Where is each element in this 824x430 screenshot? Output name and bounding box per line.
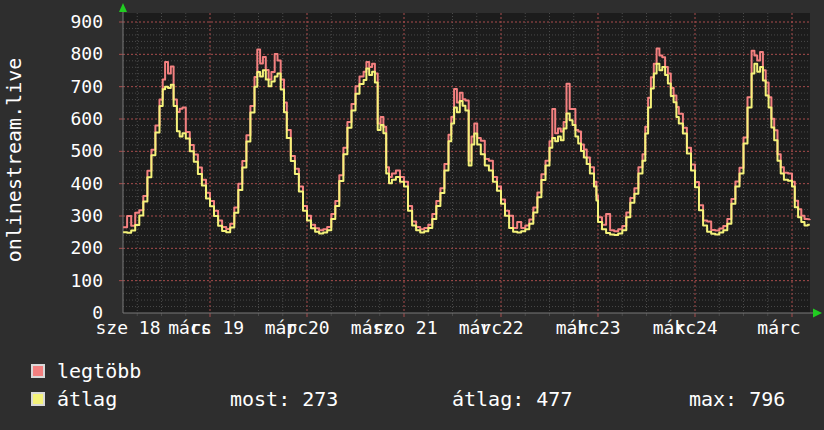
plot-background xyxy=(123,13,810,313)
y-axis-label: 200 xyxy=(23,238,103,258)
legend-swatch-atlag xyxy=(31,392,45,406)
stat-most-value: 273 xyxy=(302,387,338,411)
stat-atlag-value: 477 xyxy=(536,387,572,411)
x-axis-day-label: p 20 xyxy=(286,318,329,338)
x-axis-arrow-icon xyxy=(813,309,822,318)
y-axis-label: 600 xyxy=(23,109,103,129)
y-axis-label: 700 xyxy=(23,77,103,97)
stat-atlag-label: átlag: xyxy=(452,387,524,411)
legend-swatch-legtobb xyxy=(31,364,45,378)
y-axis-label: 300 xyxy=(23,206,103,226)
stat-max: max: 796 xyxy=(689,388,785,410)
stat-atlag: átlag: 477 xyxy=(452,388,572,410)
y-axis-label: 500 xyxy=(23,141,103,161)
x-axis-day-label: szo 21 xyxy=(372,318,437,338)
x-axis-day-label: cs 19 xyxy=(190,318,244,338)
x-axis-day-label: sze 18 xyxy=(95,318,160,338)
x-axis-day-label: h 23 xyxy=(577,318,620,338)
legend-label-legtobb: legtöbb xyxy=(57,360,141,382)
chart-canvas xyxy=(118,3,824,325)
stat-max-value: 796 xyxy=(749,387,785,411)
y-axis-label: 800 xyxy=(23,44,103,64)
stat-most-label: most: xyxy=(230,387,290,411)
x-axis-day-label: k 24 xyxy=(674,318,717,338)
legend-label-atlag: átlag xyxy=(57,388,117,410)
rrd-graph-window: onlinestream.live 0100200300400500600700… xyxy=(0,0,824,430)
y-axis-label: 400 xyxy=(23,174,103,194)
stat-most: most: 273 xyxy=(230,388,338,410)
x-axis-month-label: márc xyxy=(757,318,800,338)
stat-max-label: max: xyxy=(689,387,737,411)
y-axis-arrow-icon xyxy=(119,3,127,12)
y-axis-label: 100 xyxy=(23,271,103,291)
y-axis-label: 0 xyxy=(23,303,103,323)
x-axis-day-label: v 22 xyxy=(480,318,523,338)
site-title: onlinestream.live xyxy=(4,40,24,280)
y-axis-label: 900 xyxy=(23,12,103,32)
